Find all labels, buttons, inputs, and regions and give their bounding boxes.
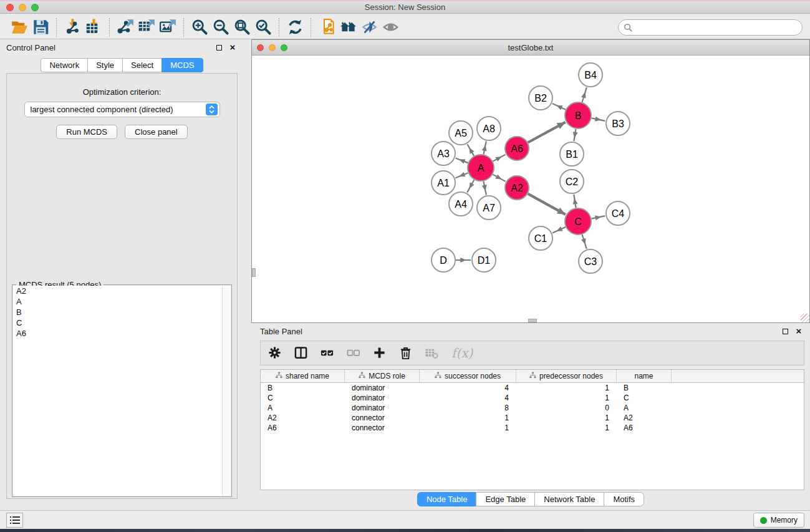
result-list-item[interactable]: B	[13, 307, 231, 317]
cell-predecessor-nodes: 1	[516, 393, 617, 403]
tab-mcds[interactable]: MCDS	[162, 58, 203, 72]
table-row[interactable]: Adominator80A	[261, 403, 804, 413]
edge-arrowhead	[581, 92, 586, 98]
tab-edge-table[interactable]: Edge Table	[476, 492, 535, 506]
table-row[interactable]: A2connector11A2	[261, 413, 804, 423]
tab-node-table[interactable]: Node Table	[417, 492, 477, 506]
cell-shared-name: A	[261, 403, 345, 413]
select-all-icon[interactable]	[321, 346, 334, 360]
criterion-value: largest connected component (directed)	[31, 105, 173, 114]
open-session-icon[interactable]	[9, 18, 30, 37]
resize-grip[interactable]	[801, 314, 809, 322]
close-panel-icon[interactable]: ×	[228, 42, 238, 52]
export-image-icon[interactable]	[157, 18, 178, 37]
node-label-A1: A1	[437, 178, 450, 188]
cell-name: B	[617, 383, 672, 393]
delete-table-icon[interactable]	[425, 346, 439, 360]
node-label-B4: B4	[584, 70, 597, 80]
column-header-shared-name[interactable]: shared name	[261, 370, 345, 382]
status-bar: Memory	[0, 510, 810, 529]
minimize-window-button[interactable]	[19, 4, 26, 11]
zoom-window-button[interactable]	[31, 4, 39, 11]
close-window-button[interactable]	[6, 4, 14, 11]
node-table[interactable]: shared nameMCDS rolesuccessor nodesprede…	[260, 369, 804, 490]
run-mcds-button[interactable]: Run MCDS	[56, 125, 117, 139]
control-panel: Control Panel × NetworkStyleSelectMCDS O…	[0, 39, 244, 510]
horizontal-scroll-nub[interactable]	[528, 319, 537, 322]
network-canvas[interactable]: B4B2BB3A8A5A6A3B1AA1C2A2A4A7C4CC1C3DD1	[252, 56, 809, 322]
column-header-name[interactable]: name	[617, 370, 672, 382]
tab-motifs[interactable]: Motifs	[604, 492, 644, 506]
criterion-select[interactable]: largest connected component (directed)	[24, 102, 220, 117]
table-row[interactable]: Bdominator41B	[261, 383, 804, 393]
column-header-predecessor-nodes[interactable]: predecessor nodes	[516, 370, 617, 382]
column-header-successor-nodes[interactable]: successor nodes	[420, 370, 516, 382]
result-scrollbar[interactable]	[222, 286, 231, 496]
zoom-fit-icon[interactable]	[231, 18, 253, 37]
search-icon	[624, 23, 633, 32]
zoom-in-icon[interactable]	[189, 18, 210, 37]
edge-arrowhead	[460, 258, 466, 263]
hide-panel-icon[interactable]	[359, 18, 380, 37]
cell-successor-nodes: 4	[420, 383, 516, 393]
cell-shared-name: A2	[261, 413, 345, 423]
network-window-titlebar[interactable]: testGlobe.txt	[252, 40, 809, 56]
apply-layout-icon[interactable]	[284, 18, 306, 37]
network-minimize-button[interactable]	[269, 44, 276, 51]
zoom-selected-icon[interactable]	[253, 18, 274, 37]
node-label-B: B	[575, 110, 582, 121]
edge-arrowhead	[459, 159, 465, 163]
table-float-panel-icon[interactable]	[780, 326, 790, 336]
add-column-icon[interactable]	[373, 346, 387, 360]
gear-icon[interactable]	[268, 346, 282, 360]
network-zoom-button[interactable]	[281, 44, 287, 51]
table-panel: Table Panel × f(x) shared nameMCDS roles…	[251, 323, 810, 510]
result-list-item[interactable]: A6	[13, 328, 231, 339]
show-panel-icon[interactable]	[380, 18, 401, 37]
table-row[interactable]: A6connector11A6	[261, 423, 804, 433]
tab-style[interactable]: Style	[87, 58, 123, 72]
export-network-icon[interactable]	[115, 18, 136, 37]
table-row[interactable]: Cdominator41C	[261, 393, 804, 403]
vertical-scroll-nub[interactable]	[252, 268, 256, 277]
edge-arrowhead	[482, 185, 487, 191]
tab-network-table[interactable]: Network Table	[534, 492, 604, 506]
new-network-icon[interactable]	[316, 18, 337, 37]
control-panel-tabs: NetworkStyleSelectMCDS	[0, 58, 244, 72]
close-panel-button[interactable]: Close panel	[125, 125, 188, 139]
mcds-result-groupbox: MCDS result (5 nodes) A2ABCA6	[12, 284, 232, 497]
result-list-item[interactable]: A2	[13, 286, 231, 296]
unselect-all-icon[interactable]	[347, 346, 360, 360]
attribute-icon	[276, 372, 282, 380]
network-close-button[interactable]	[257, 44, 264, 51]
memory-button[interactable]: Memory	[753, 513, 804, 528]
result-list-item[interactable]: C	[13, 317, 231, 328]
column-view-icon[interactable]	[294, 346, 308, 360]
cell-successor-nodes: 8	[420, 403, 516, 413]
attribute-icon	[359, 372, 365, 380]
tab-select[interactable]: Select	[122, 58, 162, 72]
function-builder-icon[interactable]: f(x)	[451, 346, 473, 360]
tab-network[interactable]: Network	[41, 58, 88, 72]
zoom-out-icon[interactable]	[210, 18, 231, 37]
import-network-icon[interactable]	[62, 18, 83, 37]
float-panel-icon[interactable]	[214, 42, 224, 52]
table-close-panel-icon[interactable]: ×	[794, 326, 804, 336]
edge-arrowhead	[459, 172, 465, 177]
attribute-icon	[529, 372, 536, 380]
home-icon[interactable]	[337, 18, 359, 37]
mcds-result-list[interactable]: A2ABCA6	[13, 286, 231, 496]
delete-column-icon[interactable]	[399, 346, 413, 360]
save-session-icon[interactable]	[30, 18, 51, 37]
node-label-C2: C2	[566, 177, 579, 187]
memory-status-icon	[760, 517, 767, 524]
node-label-A6: A6	[511, 143, 523, 154]
task-history-button[interactable]	[6, 513, 23, 528]
edge-arrowhead	[581, 238, 586, 244]
export-table-icon[interactable]	[136, 18, 157, 37]
import-table-icon[interactable]	[83, 18, 104, 37]
column-header-MCDS-role[interactable]: MCDS role	[345, 370, 420, 382]
search-input[interactable]	[618, 19, 803, 36]
result-list-item[interactable]: A	[13, 296, 231, 307]
toolbar-separator	[56, 18, 57, 37]
